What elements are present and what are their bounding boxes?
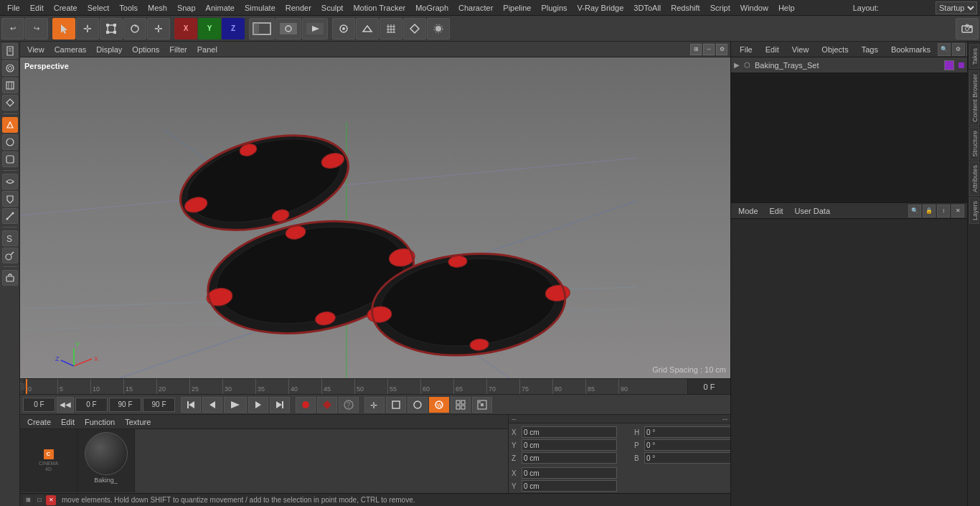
coord-p-input[interactable] [644, 439, 740, 451]
layout-selector[interactable]: Startup [936, 1, 977, 14]
coord-y-input[interactable] [522, 439, 617, 451]
polygon-mode-button[interactable] [403, 18, 426, 39]
vp-maximize-button[interactable]: ⊞ [690, 44, 702, 55]
status-icon-3[interactable]: ✕ [46, 495, 56, 505]
redo-button[interactable]: ↪ [25, 18, 48, 39]
vtab-takes[interactable]: Takes [969, 44, 979, 69]
mat-menu-function[interactable]: Function [80, 417, 119, 427]
vp-menu-options[interactable]: Options [128, 44, 164, 55]
menu-character[interactable]: Character [454, 2, 497, 14]
vtab-attributes[interactable]: Attributes [969, 161, 979, 196]
render-view-button[interactable] [275, 18, 301, 39]
left-tool-6[interactable] [2, 134, 18, 150]
menu-snap[interactable]: Snap [173, 2, 200, 14]
attrs-lock-button[interactable]: 🔒 [923, 205, 936, 217]
attrs-menu-userdata[interactable]: User Data [791, 205, 835, 217]
current-frame-input[interactable] [75, 398, 108, 412]
world-mode-button[interactable]: W [429, 397, 449, 413]
object-row[interactable]: ▶ ⬡ Baking_Trays_Set [731, 57, 967, 73]
attrs-search-button[interactable]: 🔍 [908, 205, 921, 217]
render-to-picture-viewer-button[interactable] [302, 18, 328, 39]
move-mode-button[interactable]: ✛ [364, 397, 385, 413]
menu-script[interactable]: Script [706, 2, 735, 14]
menu-mesh[interactable]: Mesh [143, 2, 171, 14]
objects-menu-bookmarks[interactable]: Bookmarks [885, 44, 936, 55]
left-tool-4[interactable] [2, 95, 18, 111]
grid-mode-button[interactable] [451, 397, 471, 413]
objects-menu-objects[interactable]: Objects [816, 44, 854, 55]
menu-redshift[interactable]: Redshift [666, 2, 704, 14]
timeline-ruler[interactable]: 0 5 10 15 20 25 30 35 40 45 50 55 60 65 … [24, 379, 687, 394]
menu-create[interactable]: Create [50, 2, 82, 14]
menu-tools[interactable]: Tools [115, 2, 142, 14]
vp-menu-panel[interactable]: Panel [193, 44, 222, 55]
status-icon-2[interactable]: □ [34, 495, 44, 505]
menu-select[interactable]: Select [83, 2, 114, 14]
left-tool-11[interactable]: S [2, 230, 18, 246]
left-tool-12[interactable] [2, 248, 18, 263]
menu-mograph[interactable]: MoGraph [411, 2, 453, 14]
vp-menu-view[interactable]: View [23, 44, 49, 55]
vp-move-button[interactable]: ↔ [703, 44, 715, 55]
object-snap-button[interactable] [332, 18, 355, 39]
attrs-menu-mode[interactable]: Mode [734, 205, 763, 217]
menu-animate[interactable]: Animate [202, 2, 239, 14]
left-tool-3[interactable] [2, 78, 18, 93]
rotate-mode-button[interactable] [407, 397, 428, 413]
menu-vray[interactable]: V-Ray Bridge [573, 2, 628, 14]
menu-edit[interactable]: Edit [26, 2, 48, 14]
objects-menu-file[interactable]: File [734, 44, 758, 55]
left-tool-9[interactable] [2, 191, 18, 207]
3d-viewport[interactable]: X Y Z Perspective Grid Spacing : 10 cm [20, 57, 730, 378]
coord-sx-input[interactable] [522, 467, 617, 479]
vp-menu-display[interactable]: Display [92, 44, 126, 55]
mat-menu-create[interactable]: Create [23, 417, 55, 427]
attrs-expand-button[interactable]: ↕ [937, 205, 950, 217]
objects-search-button[interactable]: 🔍 [938, 43, 951, 56]
object-color-swatch[interactable] [944, 60, 954, 70]
universal-tool-button[interactable]: ✛ [147, 18, 170, 39]
goto-end-button[interactable] [270, 397, 290, 413]
workplane-button[interactable] [356, 18, 379, 39]
menu-plugins[interactable]: Plugins [537, 2, 571, 14]
vp-settings-button[interactable]: ⚙ [716, 44, 727, 55]
light-button[interactable] [427, 18, 450, 39]
coord-x-input[interactable] [522, 426, 617, 438]
render-region-button[interactable] [249, 18, 275, 39]
objects-menu-view[interactable]: View [786, 44, 815, 55]
objects-settings-button[interactable]: ⚙ [952, 43, 965, 56]
mat-menu-texture[interactable]: Texture [121, 417, 155, 427]
prev-frame-button[interactable] [202, 397, 222, 413]
mat-menu-edit[interactable]: Edit [57, 417, 79, 427]
play-button[interactable] [224, 397, 247, 413]
coord-b-input[interactable] [644, 452, 740, 464]
end-frame-input[interactable] [109, 398, 141, 412]
move-tool-button[interactable]: ✛ [76, 18, 99, 39]
status-icon-1[interactable]: ⊞ [23, 495, 33, 505]
left-tool-5[interactable] [2, 117, 18, 133]
vp-menu-filter[interactable]: Filter [165, 44, 191, 55]
object-expand-icon[interactable]: ▶ [734, 61, 740, 69]
record-button[interactable] [296, 397, 316, 413]
material-preview[interactable]: Baking_ [77, 429, 135, 492]
attrs-close-button[interactable]: ✕ [951, 205, 964, 217]
timeline[interactable]: ⬛ 0 5 10 15 20 25 30 35 40 45 50 55 60 6… [20, 378, 730, 394]
next-frame-button[interactable] [248, 397, 268, 413]
axis-y-button[interactable]: Y [198, 18, 221, 39]
display-frame-input[interactable] [143, 398, 175, 412]
left-tool-1[interactable] [2, 43, 18, 59]
menu-simulate[interactable]: Simulate [240, 2, 280, 14]
render-mode-button[interactable] [472, 397, 492, 413]
grid-button[interactable] [380, 18, 402, 39]
left-tool-7[interactable] [2, 151, 18, 167]
undo-button[interactable]: ↩ [1, 18, 24, 39]
axis-x-button[interactable]: X [174, 18, 197, 39]
camera-button[interactable] [956, 18, 979, 39]
start-frame-input[interactable] [23, 398, 55, 412]
menu-3dtoall[interactable]: 3DToAll [629, 2, 665, 14]
objects-menu-edit[interactable]: Edit [760, 44, 785, 55]
attrs-menu-edit[interactable]: Edit [765, 205, 788, 217]
left-tool-10[interactable] [2, 208, 18, 224]
menu-window[interactable]: Window [736, 2, 773, 14]
coord-sy-input[interactable] [522, 480, 617, 492]
